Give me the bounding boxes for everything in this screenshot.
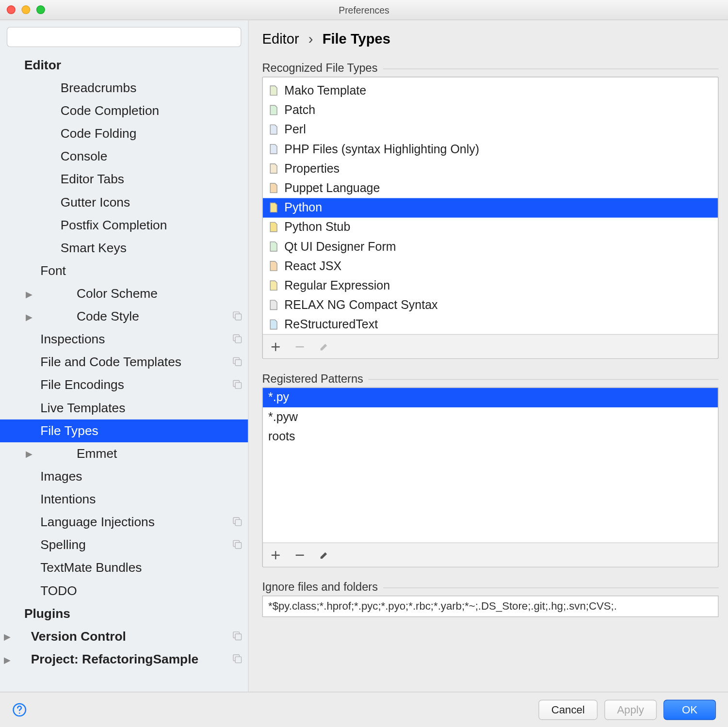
sidebar-item-smart-keys[interactable]: Smart Keys — [0, 237, 248, 259]
breadcrumb: Editor › File Types — [262, 31, 719, 47]
file-type-label: Mako Template — [284, 84, 366, 98]
sidebar-item-language-injections[interactable]: Language Injections — [0, 511, 248, 533]
sidebar-item-intentions[interactable]: Intentions — [0, 488, 248, 511]
pattern-label: roots — [268, 430, 295, 444]
sidebar-item-live-templates[interactable]: Live Templates — [0, 397, 248, 420]
sidebar-item-postfix-completion[interactable]: Postfix Completion — [0, 214, 248, 237]
sidebar-item-label: Postfix Completion — [61, 218, 244, 232]
sidebar-item-code-folding[interactable]: Code Folding — [0, 122, 248, 145]
search-input[interactable] — [7, 27, 242, 47]
add-pattern-button[interactable] — [270, 549, 282, 561]
sidebar-item-color-scheme[interactable]: ▶Color Scheme — [0, 282, 248, 305]
svg-rect-9 — [235, 383, 241, 388]
edit-file-type-button[interactable] — [318, 340, 330, 353]
sidebar-item-console[interactable]: Console — [0, 145, 248, 168]
ignore-files-input[interactable] — [262, 596, 719, 617]
file-type-icon — [268, 241, 280, 253]
cancel-button[interactable]: Cancel — [538, 699, 598, 720]
file-type-item[interactable]: Perl — [263, 120, 718, 140]
file-type-item[interactable]: ReStructuredText — [263, 315, 718, 334]
sidebar-item-plugins[interactable]: Plugins — [0, 602, 248, 625]
project-scope-icon — [232, 310, 244, 323]
sidebar-item-file-types[interactable]: File Types — [0, 420, 248, 442]
file-type-item[interactable]: Python Stub — [263, 218, 718, 237]
pattern-item[interactable]: *.pyw — [263, 407, 718, 427]
apply-button[interactable]: Apply — [604, 699, 657, 720]
titlebar: Preferences — [0, 0, 728, 20]
sidebar-item-file-encodings[interactable]: File Encodings — [0, 374, 248, 397]
ok-button[interactable]: OK — [663, 699, 716, 720]
edit-pattern-button[interactable] — [318, 549, 330, 561]
sidebar-item-editor-tabs[interactable]: Editor Tabs — [0, 168, 248, 191]
preferences-window: Preferences EditorBreadcrumbsCode Comple… — [0, 0, 728, 727]
expand-arrow-icon[interactable]: ▶ — [21, 311, 36, 322]
file-type-item[interactable]: PHP Files (syntax Highlighting Only) — [263, 140, 718, 159]
sidebar-item-file-and-code-templates[interactable]: File and Code Templates — [0, 351, 248, 373]
remove-file-type-button[interactable] — [294, 340, 306, 353]
file-type-item[interactable]: Qt UI Designer Form — [263, 237, 718, 257]
expand-arrow-icon[interactable]: ▶ — [21, 449, 36, 459]
sidebar-item-label: Spelling — [40, 538, 232, 552]
sidebar-item-code-completion[interactable]: Code Completion — [0, 99, 248, 122]
file-type-icon — [268, 260, 280, 273]
sidebar-item-label: Color Scheme — [77, 286, 244, 301]
svg-point-19 — [19, 712, 20, 714]
expand-arrow-icon[interactable]: ▶ — [0, 654, 15, 664]
pattern-item[interactable]: roots — [263, 427, 718, 446]
sidebar-item-label: Images — [40, 469, 244, 484]
file-type-item[interactable]: Puppet Language — [263, 179, 718, 198]
sidebar-item-images[interactable]: Images — [0, 465, 248, 488]
add-file-type-button[interactable] — [270, 340, 282, 353]
file-type-label: Properties — [284, 162, 340, 176]
file-type-item[interactable]: Regular Expression — [263, 276, 718, 296]
file-type-label: Python — [284, 201, 322, 215]
file-type-label: RELAX NG Compact Syntax — [284, 298, 437, 312]
file-type-icon — [268, 144, 280, 156]
sidebar-item-inspections[interactable]: Inspections — [0, 328, 248, 351]
sidebar-item-breadcrumbs[interactable]: Breadcrumbs — [0, 77, 248, 99]
sidebar-item-label: Smart Keys — [61, 241, 244, 255]
sidebar-item-editor[interactable]: Editor — [0, 54, 248, 77]
file-type-item[interactable]: Python — [263, 198, 718, 218]
file-type-item[interactable]: React JSX — [263, 257, 718, 276]
settings-tree[interactable]: EditorBreadcrumbsCode CompletionCode Fol… — [0, 51, 248, 692]
sidebar-item-version-control[interactable]: ▶Version Control — [0, 625, 248, 648]
project-scope-icon — [232, 333, 244, 345]
expand-arrow-icon[interactable]: ▶ — [0, 631, 15, 642]
sidebar-item-spelling[interactable]: Spelling — [0, 533, 248, 556]
registered-patterns-label: Registered Patterns — [262, 372, 363, 386]
sidebar-item-todo[interactable]: TODO — [0, 580, 248, 602]
sidebar-item-label: Code Folding — [61, 127, 244, 141]
sidebar-item-label: Inspections — [40, 332, 232, 347]
project-scope-icon — [232, 356, 244, 369]
pattern-item[interactable]: *.py — [263, 388, 718, 407]
file-type-label: Puppet Language — [284, 181, 380, 195]
sidebar-item-font[interactable]: Font — [0, 259, 248, 282]
recognized-file-types-list[interactable]: Mako TemplatePatchPerlPHP Files (syntax … — [262, 77, 719, 359]
file-type-icon — [268, 319, 280, 331]
file-type-item[interactable]: Mako Template — [263, 81, 718, 101]
help-button[interactable] — [12, 702, 27, 717]
sidebar-item-code-style[interactable]: ▶Code Style — [0, 305, 248, 328]
expand-arrow-icon[interactable]: ▶ — [21, 289, 36, 299]
sidebar-item-gutter-icons[interactable]: Gutter Icons — [0, 191, 248, 214]
sidebar-item-textmate-bundles[interactable]: TextMate Bundles — [0, 557, 248, 580]
remove-pattern-button[interactable] — [294, 549, 306, 561]
file-type-icon — [268, 299, 280, 311]
breadcrumb-root[interactable]: Editor — [262, 31, 299, 47]
file-type-item[interactable]: Patch — [263, 101, 718, 120]
registered-patterns-list[interactable]: *.py*.pywroots — [262, 387, 719, 567]
sidebar-item-emmet[interactable]: ▶Emmet — [0, 442, 248, 465]
file-type-item[interactable]: Properties — [263, 159, 718, 178]
sidebar-item-project-refactoringsample[interactable]: ▶Project: RefactoringSample — [0, 648, 248, 671]
sidebar-item-label: Editor Tabs — [61, 172, 244, 187]
file-types-toolbar — [263, 334, 718, 358]
window-title: Preferences — [0, 4, 728, 15]
file-type-item[interactable]: RELAX NG Compact Syntax — [263, 296, 718, 315]
file-type-label: ReStructuredText — [284, 318, 378, 332]
file-type-label: React JSX — [284, 259, 341, 274]
sidebar-item-label: Project: RefactoringSample — [31, 652, 232, 666]
registered-patterns-header: Registered Patterns — [262, 372, 719, 386]
sidebar-item-label: File Encodings — [40, 378, 232, 392]
svg-rect-3 — [235, 314, 241, 320]
